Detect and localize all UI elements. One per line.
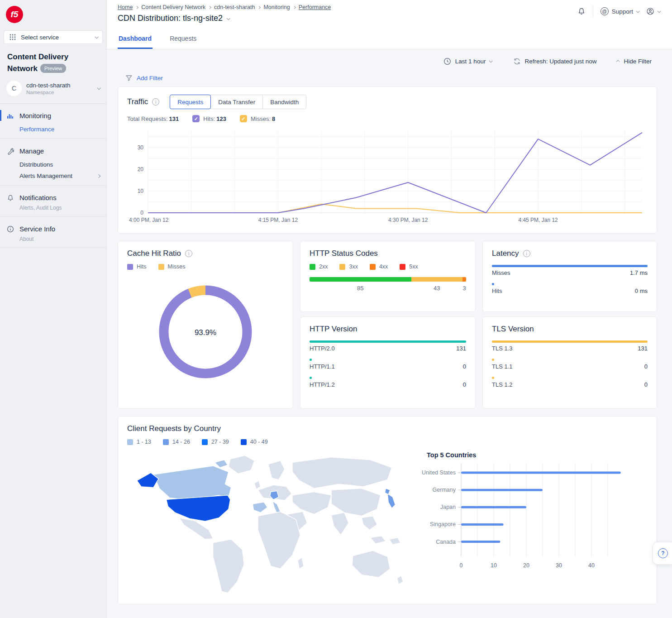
add-filter-button[interactable]: Add Filter (118, 67, 657, 86)
tab-dashboard[interactable]: Dashboard (118, 29, 153, 49)
metric-bar-track (310, 377, 466, 379)
info-icon[interactable] (523, 250, 530, 257)
metric-bar (310, 359, 312, 361)
sidebar-item-label: Notifications (19, 194, 57, 201)
map-spain[interactable] (253, 502, 267, 513)
tls-version-card: TLS Version TLS 1.3131TLS 1.10TLS 1.20 (482, 316, 657, 409)
breadcrumb-item[interactable]: Performance (299, 4, 331, 10)
legend-swatch (127, 264, 133, 270)
legend-swatch (163, 439, 169, 445)
metric-bar-track (492, 340, 648, 343)
cache-hit-ratio-donut: 93.9% (127, 280, 284, 384)
chevron-up-icon (616, 60, 620, 63)
sidebar-item-distributions[interactable]: Distributions (0, 157, 106, 168)
metric-row: Misses1.7 ms (492, 265, 648, 276)
map-madagascar (298, 557, 304, 569)
map-united-states[interactable] (167, 495, 230, 521)
sidebar-section-manage: Manage Distributions Alerts Management (0, 139, 106, 186)
mode-data-transfer-button[interactable]: Data Transfer (210, 95, 263, 109)
svg-text:0: 0 (140, 210, 143, 216)
metric-bar (492, 265, 648, 267)
preview-badge: Preview (40, 64, 66, 73)
map-se-asia (362, 516, 377, 530)
svg-text:United States: United States (422, 469, 456, 476)
map-uk (254, 480, 260, 489)
svg-text:Japan: Japan (440, 504, 456, 510)
info-icon[interactable] (152, 98, 159, 105)
content: Last 1 hour Refresh: Updated just now Hi… (107, 49, 672, 618)
svg-text:30: 30 (556, 562, 562, 569)
select-service-dropdown[interactable]: Select service (4, 30, 103, 44)
legend-label: 14 - 26 (172, 439, 190, 445)
map-africa (258, 512, 300, 569)
metric-row: TLS 1.3131 (492, 340, 648, 352)
status-value-4xx: 3 (462, 285, 466, 292)
metric-label: TLS 1.3 (492, 345, 513, 352)
map-japan-north[interactable] (385, 489, 390, 494)
info-icon[interactable] (185, 250, 192, 257)
help-button[interactable] (653, 542, 672, 565)
topbar-actions: @ Support (577, 5, 660, 17)
tab-requests[interactable]: Requests (169, 29, 197, 49)
f5-logo-text: f5 (11, 10, 19, 19)
sidebar-item-label: Monitoring (19, 112, 51, 120)
sidebar-section-monitoring: Monitoring Performance (0, 104, 106, 139)
metric-bar (492, 340, 648, 343)
svg-text:30: 30 (138, 144, 144, 151)
support-menu[interactable]: @ Support (601, 7, 639, 15)
metric-meta: Misses1.7 ms (492, 269, 648, 276)
sidebar-item-performance[interactable]: Performance (0, 122, 106, 133)
metric-bar-track (492, 265, 648, 267)
breadcrumb-item[interactable]: Content Delivery Network (141, 4, 205, 10)
main-area: HomeContent Delivery Networkcdn-test-sha… (107, 0, 672, 618)
breadcrumb-item[interactable]: cdn-test-sharath (214, 4, 255, 10)
chevron-down-icon[interactable] (227, 16, 230, 20)
map-canada[interactable] (153, 466, 231, 500)
support-label: Support (612, 8, 633, 15)
traffic-card: Traffic Requests Data Transfer Bandwidth… (118, 86, 657, 234)
hide-filter-toggle[interactable]: Hide Filter (617, 58, 652, 65)
account-menu[interactable] (646, 7, 660, 15)
sidebar-item-manage[interactable]: Manage (0, 142, 106, 157)
top-countries-title: Top 5 Countries (427, 451, 648, 459)
sidebar-item-service-info[interactable]: Service Info (0, 220, 106, 235)
sidebar-item-label: Service Info (19, 225, 55, 233)
legend-swatch (241, 439, 247, 445)
support-icon: @ (601, 7, 609, 15)
time-range-picker[interactable]: Last 1 hour (443, 57, 492, 65)
metric-bar (492, 377, 494, 379)
map-canada-arctic[interactable] (214, 460, 228, 468)
namespace-selector[interactable]: C cdn-test-sharath Namespace (0, 75, 106, 104)
hits-checkbox[interactable]: Hits:123 (192, 115, 226, 122)
notifications-bell-icon[interactable] (577, 7, 586, 15)
sidebar-item-label: Alerts Management (19, 172, 72, 179)
bar-chart-icon (6, 112, 14, 120)
sidebar-item-notifications[interactable]: Notifications (0, 188, 106, 204)
namespace-label: Namespace (26, 90, 71, 95)
sidebar-section-notifications: Notifications Alerts, Audit Logs (0, 186, 106, 217)
question-mark-icon (658, 548, 668, 558)
mode-requests-button[interactable]: Requests (170, 95, 211, 109)
svg-text:20: 20 (523, 562, 529, 569)
map-italy[interactable] (272, 501, 280, 513)
mode-bandwidth-button[interactable]: Bandwidth (262, 95, 306, 109)
bell-icon (6, 194, 14, 202)
metric-row: HTTP/1.20 (310, 377, 466, 388)
breadcrumb-item[interactable]: Monitoring (263, 4, 290, 10)
legend-label: 3xx (349, 263, 357, 270)
wrench-icon (6, 147, 14, 155)
sidebar-item-monitoring[interactable]: Monitoring (0, 106, 106, 122)
misses-checkbox[interactable]: Misses:8 (240, 115, 275, 122)
svg-text:Germany: Germany (433, 487, 456, 493)
metric-label: Hits (492, 287, 502, 294)
map-japan[interactable] (387, 493, 395, 508)
add-filter-label: Add Filter (137, 75, 163, 81)
chevron-right-icon (97, 174, 100, 177)
latency-rows: Misses1.7 msHits0 ms (492, 265, 648, 294)
http-status-codes-card: HTTP Status Codes 2xx3xx4xx5xx 85433 (300, 241, 476, 312)
cache-hit-ratio-card: Cache Hit Ratio HitsMisses 93.9% (118, 241, 293, 409)
refresh-button[interactable]: Refresh: Updated just now (513, 57, 596, 65)
world-map (127, 447, 406, 600)
breadcrumb-item[interactable]: Home (118, 4, 133, 10)
sidebar-item-alerts-management[interactable]: Alerts Management (0, 168, 106, 180)
